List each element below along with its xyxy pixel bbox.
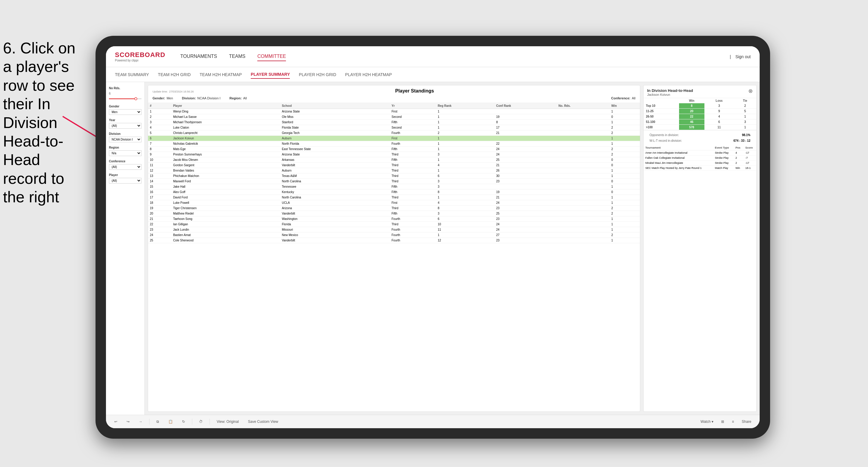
standings-row[interactable]: 14 Maxwell Ford North Carolina Third 3 2… [148, 179, 640, 184]
row-rds [557, 168, 610, 174]
row-win: 1 [610, 168, 640, 174]
h2h-close-button[interactable]: ⊗ [748, 88, 753, 94]
paste-button[interactable]: 📋 [166, 419, 175, 425]
h2h-row-win: 22 [679, 114, 705, 119]
timer-button[interactable]: ⏱ [197, 419, 205, 425]
col-school: School [280, 103, 390, 109]
h2h-player-name: Jackson Koivun [647, 93, 693, 96]
tournament-name: SEC Match Play Hosted by Jerry Pate Roun… [644, 166, 713, 171]
sub-nav-team-h2h-grid[interactable]: TEAM H2H GRID [158, 71, 191, 79]
row-rds [557, 227, 610, 232]
standings-row[interactable]: 8 Mats Ege East Tennessee State Fifth 1 … [148, 147, 640, 152]
copy-button[interactable]: ⧉ [154, 419, 161, 425]
layout-button[interactable]: ⊞ [719, 419, 726, 425]
h2h-row: 51-100 46 6 3 [644, 119, 756, 125]
gender-select[interactable]: Men Women [109, 109, 142, 115]
standings-row[interactable]: 5 Christo Lamprecht Georgia Tech Fourth … [148, 130, 640, 136]
standings-row[interactable]: 23 Jack Lundin Missouri Fourth 11 24 1 [148, 227, 640, 232]
row-reg: 3 [436, 152, 494, 157]
standings-row[interactable]: 21 Taehoon Song Washington Fourth 6 23 1 [148, 216, 640, 222]
nav-tournaments[interactable]: TOURNAMENTS [180, 52, 217, 61]
scoreboard-sub-text: Powered by clippi [115, 59, 165, 62]
h2h-row-win: 20 [679, 108, 705, 114]
col-num: # [148, 103, 171, 109]
row-num: 7 [148, 141, 171, 147]
save-custom-view-button[interactable]: Save Custom View [246, 419, 281, 425]
nav-teams[interactable]: TEAMS [229, 52, 245, 61]
sub-nav-player-h2h-grid[interactable]: PLAYER H2H GRID [299, 71, 336, 79]
standings-row[interactable]: 2 Michael La Sasse Ole Miss Second 1 19 … [148, 114, 640, 120]
standings-row[interactable]: 15 Jake Hall Tennessee Fifth 3 1 [148, 184, 640, 189]
table-button[interactable]: ≡ [730, 419, 736, 425]
division-select[interactable]: NCAA Division I [109, 137, 142, 142]
view-original-button[interactable]: View: Original [214, 419, 241, 425]
sub-nav-player-summary[interactable]: PLAYER SUMMARY [251, 70, 290, 79]
scoreboard-logo: SCOREBOARD Powered by clippi [115, 51, 165, 62]
conference-label: Conference [109, 160, 142, 163]
row-reg: 8 [436, 206, 494, 211]
col-win: Win [610, 103, 640, 109]
standings-row[interactable]: 13 Phichakun Maichon Texas A&M Third 6 3… [148, 174, 640, 179]
row-conf: 23 [494, 179, 557, 184]
standings-row[interactable]: 18 Luke Powell UCLA First 4 24 1 [148, 200, 640, 206]
standings-row[interactable]: 1 Wenyi Ding Arizona State First 1 1 [148, 109, 640, 114]
standings-row[interactable]: 24 Bastien Amat New Mexico Fourth 1 27 2 [148, 232, 640, 238]
h2h-row-label: 11-25 [644, 108, 679, 114]
sign-out-button[interactable]: Sign out [736, 54, 751, 59]
standings-row[interactable]: 3 Michael Thorbjornsen Stanford Fifth 1 … [148, 120, 640, 125]
region-label: Region [109, 146, 142, 149]
row-reg: 1 [436, 141, 494, 147]
update-time-label: Update time: [153, 90, 168, 93]
row-yr: Third [390, 163, 436, 168]
year-select[interactable]: (All) [109, 123, 142, 129]
region-select[interactable]: N/a [109, 150, 142, 156]
standings-row[interactable]: 17 David Ford North Carolina Third 1 21 … [148, 195, 640, 200]
nav-pipe: | [730, 54, 731, 59]
row-rds [557, 147, 610, 152]
row-num: 14 [148, 179, 171, 184]
tournament-name: Fallen Oak Collegiate Invitational [644, 155, 713, 160]
no-rds-slider[interactable] [109, 96, 142, 101]
sub-nav-team-h2h-heatmap[interactable]: TEAM H2H HEATMAP [200, 71, 242, 79]
nav-committee[interactable]: COMMITTEE [257, 52, 286, 61]
standings-header: Update time: 27/03/2024 16:56:26 Player … [148, 85, 640, 103]
refresh-button[interactable]: ↻ [180, 419, 187, 425]
standings-row[interactable]: 16 Alex Goff Kentucky Fifth 8 19 0 [148, 189, 640, 195]
filter-year: Year (All) [109, 119, 142, 129]
col-no-rds: No. Rds. [557, 103, 610, 109]
standings-row[interactable]: 9 Preston Summerhays Arizona State Third… [148, 152, 640, 157]
standings-row[interactable]: 10 Jacob Mou Olesen Arkansas Fifth 1 25 … [148, 157, 640, 163]
forward-button[interactable]: → [136, 419, 145, 425]
row-school: Stanford [280, 120, 390, 125]
row-reg: 3 [436, 211, 494, 216]
standings-row[interactable]: 20 Matthew Riedel Vanderbilt Fifth 3 25 … [148, 211, 640, 216]
standings-row[interactable]: 19 Tiger Christensen Arizona Third 8 23 … [148, 206, 640, 211]
tournament-score: -17 [744, 150, 756, 155]
standings-row[interactable]: 4 Luke Claton Florida State Second 1 17 … [148, 125, 640, 130]
conference-select[interactable]: (All) [109, 164, 142, 170]
standings-row[interactable]: 22 Ian Gilligan Florida Third 10 24 1 [148, 222, 640, 227]
sub-nav-team-summary[interactable]: TEAM SUMMARY [115, 71, 149, 79]
h2h-row-tie: 1 [734, 125, 756, 130]
undo-button[interactable]: ↩ [112, 419, 120, 425]
sub-nav-player-h2h-heatmap[interactable]: PLAYER H2H HEATMAP [345, 71, 392, 79]
standings-row[interactable]: 7 Nicholas Gabrelcik North Florida Fourt… [148, 141, 640, 147]
share-button[interactable]: Share [739, 419, 754, 425]
h2h-row: >100 578 11 1 [644, 125, 756, 130]
row-conf: 17 [494, 125, 557, 130]
row-school: Florida State [280, 125, 390, 130]
standings-row[interactable]: 11 Gordon Sargent Vanderbilt Third 4 21 … [148, 163, 640, 168]
row-reg: 11 [436, 227, 494, 232]
standings-row[interactable]: 6 Jackson Koivun Auburn First 1 1 [148, 136, 640, 141]
row-conf [494, 184, 557, 189]
row-win: 1 [610, 195, 640, 200]
watch-button[interactable]: Watch ▾ [698, 419, 716, 425]
player-select[interactable]: (All) [109, 178, 142, 184]
h2h-row-tie: 1 [734, 114, 756, 119]
instruction-text: 6. Click on a player's row to see their … [0, 39, 87, 207]
redo-button[interactable]: ↪ [124, 419, 132, 425]
standings-row[interactable]: 25 Cole Sherwood Vanderbilt Fourth 12 23… [148, 238, 640, 243]
row-reg: 8 [436, 189, 494, 195]
standings-row[interactable]: 12 Brendan Valdes Auburn Third 1 26 1 [148, 168, 640, 174]
row-rds [557, 238, 610, 243]
